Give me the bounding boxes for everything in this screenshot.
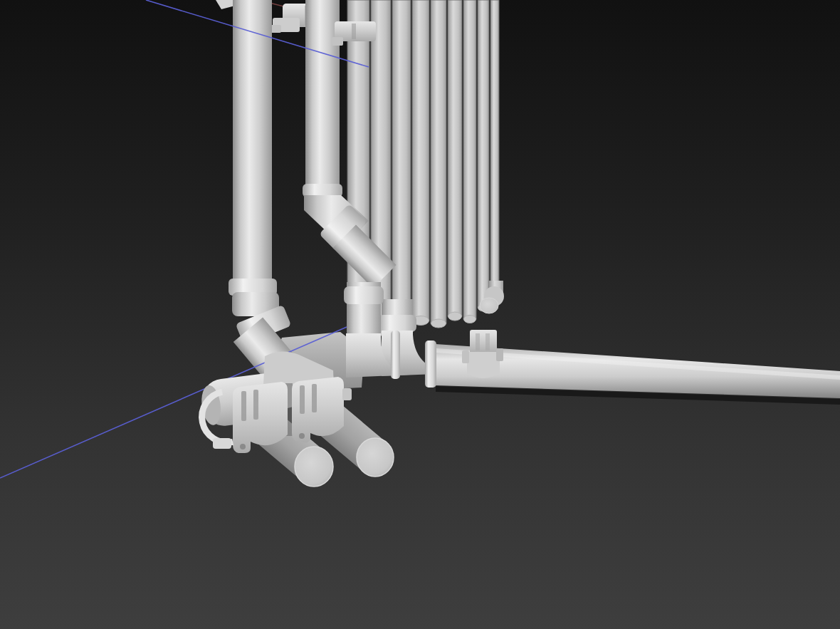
bracket-hole bbox=[299, 433, 305, 439]
bracket-hole bbox=[240, 444, 246, 449]
pipe-vertical bbox=[233, 0, 272, 284]
radiator-column bbox=[490, 0, 499, 292]
clamp-block bbox=[470, 330, 497, 354]
radiator-column-cap bbox=[448, 312, 462, 321]
radiator-column-cap bbox=[464, 316, 476, 323]
elbow-cap bbox=[480, 298, 498, 313]
c-clip-foot bbox=[213, 438, 231, 449]
radiator-column-cap bbox=[431, 319, 446, 328]
clamp-slot bbox=[352, 24, 356, 39]
pipe-flange bbox=[425, 341, 436, 388]
radiator-column bbox=[448, 0, 462, 316]
clamp-tab bbox=[496, 348, 503, 361]
elbow-flange bbox=[391, 331, 400, 379]
bracket-slot bbox=[253, 390, 258, 420]
cylinder-cap bbox=[295, 447, 333, 487]
coupling bbox=[344, 286, 384, 304]
cylinder-cap bbox=[357, 438, 394, 477]
radiator-column bbox=[478, 0, 489, 308]
viewport-3d[interactable] bbox=[0, 0, 840, 629]
radiator-column bbox=[431, 0, 446, 323]
bracket-slot bbox=[241, 391, 246, 421]
clamp-band bbox=[467, 352, 500, 378]
clamp-slot bbox=[476, 333, 480, 350]
pipe-vertical bbox=[305, 0, 340, 192]
bracket-slot bbox=[300, 385, 305, 414]
clamp-tab bbox=[462, 350, 469, 363]
clamp-foot bbox=[332, 37, 343, 46]
bracket-slot bbox=[312, 384, 317, 412]
radiator-column bbox=[412, 0, 429, 321]
clamp-slot bbox=[485, 333, 490, 350]
viewport-canvas[interactable] bbox=[0, 0, 840, 629]
radiator-column bbox=[463, 0, 476, 319]
drain-coupling bbox=[378, 315, 416, 332]
bracket-tab bbox=[342, 388, 352, 400]
radiator-column bbox=[392, 0, 411, 306]
